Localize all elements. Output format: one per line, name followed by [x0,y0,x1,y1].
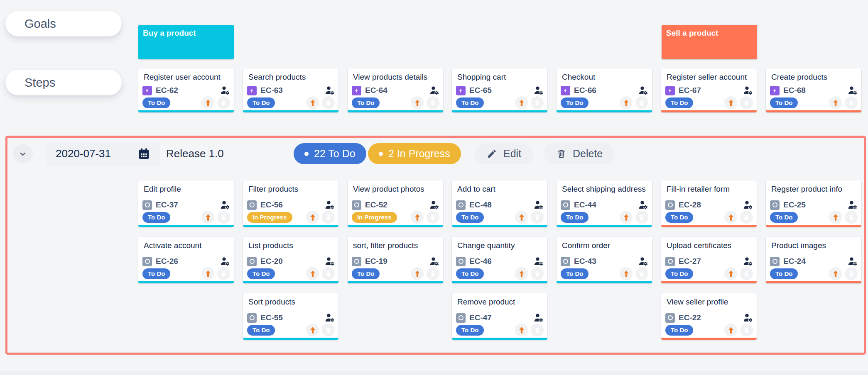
issue-card[interactable]: Product images EC-24 [766,237,861,283]
issue-card[interactable]: sort, filter products EC-19 [348,237,443,283]
assignee-gear-icon[interactable] [743,313,753,322]
delete-issue-button[interactable] [322,96,335,109]
issue-card[interactable]: Register seller account EC-67 [661,68,757,112]
delete-issue-button[interactable] [322,267,335,280]
issue-card[interactable]: Checkout EC-66 [557,68,652,112]
delete-issue-button[interactable] [531,324,544,336]
delete-issue-button[interactable] [322,324,335,336]
assignee-gear-icon[interactable] [325,257,335,266]
issue-card[interactable]: Edit profile EC-37 [138,180,234,227]
issue-card[interactable]: Create products EC-68 [766,68,861,112]
issue-card[interactable]: Add to cart EC-48 [452,180,547,227]
priority-up-button[interactable] [515,324,528,336]
assignee-gear-icon[interactable] [743,200,753,209]
issue-card[interactable]: List products EC-20 [243,237,338,283]
assignee-gear-icon[interactable] [848,86,858,95]
delete-issue-button[interactable] [740,211,753,224]
priority-up-button[interactable] [201,96,214,109]
release-delete-button[interactable]: Delete [544,143,615,164]
delete-issue-button[interactable] [845,267,858,280]
goal-card-buy-a-product[interactable]: Buy a product [138,25,234,59]
priority-up-button[interactable] [411,96,424,109]
priority-up-button[interactable] [515,96,528,109]
delete-issue-button[interactable] [531,96,544,109]
assignee-gear-icon[interactable] [220,257,230,266]
assignee-gear-icon[interactable] [638,257,648,266]
delete-issue-button[interactable] [740,324,753,336]
assignee-gear-icon[interactable] [848,200,858,209]
issue-card[interactable]: Shopping cart EC-65 [452,68,547,112]
assignee-gear-icon[interactable] [220,86,230,95]
assignee-gear-icon[interactable] [429,86,439,95]
issue-card[interactable]: View products details EC-64 [348,68,443,112]
assignee-gear-icon[interactable] [325,86,335,95]
issue-card[interactable]: Search products EC-63 [243,68,338,112]
delete-issue-button[interactable] [531,211,544,224]
issue-card[interactable]: Register user account EC-62 [138,68,234,112]
release-collapse-button[interactable] [13,144,33,163]
delete-issue-button[interactable] [635,96,648,109]
issue-card[interactable]: Upload certificates EC-27 [661,237,757,283]
issue-card[interactable]: View seller profile EC-22 [661,293,757,340]
priority-up-button[interactable] [724,211,737,224]
issue-card[interactable]: Activate account EC-26 [138,237,234,283]
assignee-gear-icon[interactable] [534,200,544,209]
priority-up-button[interactable] [829,267,842,280]
priority-up-button[interactable] [201,211,214,224]
delete-issue-button[interactable] [217,211,230,224]
release-date-picker[interactable]: 2020-07-31 [47,142,159,166]
delete-issue-button[interactable] [427,267,439,280]
goal-card-sell-a-product[interactable]: Sell a product [662,25,757,59]
delete-issue-button[interactable] [322,211,335,224]
priority-up-button[interactable] [829,211,842,224]
delete-issue-button[interactable] [427,96,439,109]
assignee-gear-icon[interactable] [325,200,335,209]
priority-up-button[interactable] [306,324,319,336]
issue-card[interactable]: Fill-in retailer form EC-28 [661,180,757,227]
priority-up-button[interactable] [306,96,319,109]
priority-up-button[interactable] [620,267,633,280]
assignee-gear-icon[interactable] [638,86,648,95]
priority-up-button[interactable] [724,324,737,336]
issue-card[interactable]: Confirm order EC-43 [557,237,652,283]
delete-issue-button[interactable] [635,267,648,280]
priority-up-button[interactable] [829,96,842,109]
delete-issue-button[interactable] [635,211,648,224]
priority-up-button[interactable] [620,211,633,224]
priority-up-button[interactable] [411,211,424,224]
release-edit-button[interactable]: Edit [475,143,533,164]
issue-card[interactable]: View product photos EC-52 [348,180,443,227]
assignee-gear-icon[interactable] [848,257,858,266]
priority-up-button[interactable] [201,267,214,280]
delete-issue-button[interactable] [740,267,753,280]
priority-up-button[interactable] [724,96,737,109]
issue-card[interactable]: Remove product EC-47 [452,293,547,340]
assignee-gear-icon[interactable] [220,200,230,209]
assignee-gear-icon[interactable] [325,313,335,322]
delete-issue-button[interactable] [427,211,439,224]
assignee-gear-icon[interactable] [534,86,544,95]
priority-up-button[interactable] [411,267,424,280]
priority-up-button[interactable] [515,267,528,280]
delete-issue-button[interactable] [217,267,230,280]
issue-card[interactable]: Sort products EC-55 [243,293,338,340]
issue-card[interactable]: Regster product info EC-25 [766,180,861,227]
issue-card[interactable]: Select shipping address EC-44 [557,180,652,227]
assignee-gear-icon[interactable] [429,257,439,266]
assignee-gear-icon[interactable] [534,257,544,266]
delete-issue-button[interactable] [531,267,544,280]
assignee-gear-icon[interactable] [534,313,544,322]
issue-card[interactable]: Filter products EC-56 [243,180,338,227]
priority-up-button[interactable] [515,211,528,224]
priority-up-button[interactable] [724,267,737,280]
assignee-gear-icon[interactable] [743,257,753,266]
delete-issue-button[interactable] [845,211,858,224]
priority-up-button[interactable] [306,267,319,280]
delete-issue-button[interactable] [845,96,858,109]
assignee-gear-icon[interactable] [743,86,753,95]
priority-up-button[interactable] [620,96,633,109]
delete-issue-button[interactable] [217,96,230,109]
assignee-gear-icon[interactable] [429,200,439,209]
priority-up-button[interactable] [306,211,319,224]
issue-card[interactable]: Change quantity EC-46 [452,237,547,283]
